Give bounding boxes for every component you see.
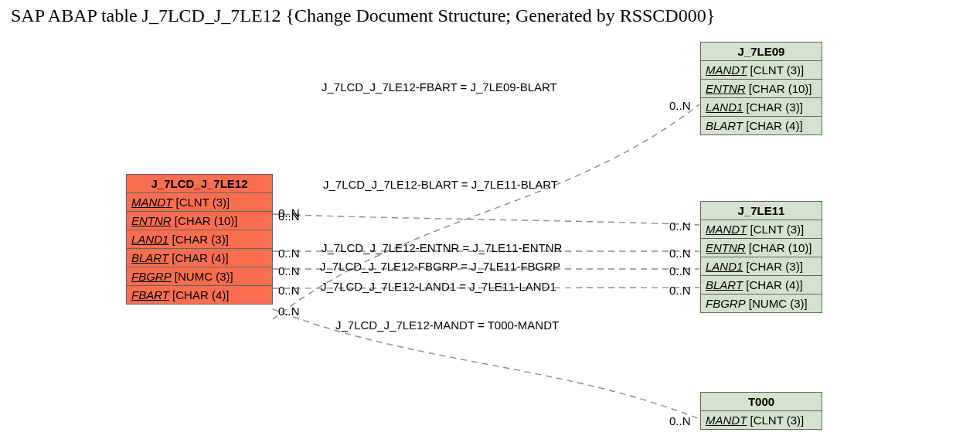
field-row: ENTNR [CHAR (10)] xyxy=(701,239,822,257)
cardinality-source: 0..N xyxy=(278,264,300,277)
cardinality-target: 0..N xyxy=(669,414,691,427)
field-row: BLART [CHAR (4)] xyxy=(701,117,822,134)
field-type: [CHAR (10)] xyxy=(749,241,812,254)
field-type: [CHAR (10)] xyxy=(749,82,812,95)
field-type: [NUMC (3)] xyxy=(175,270,233,283)
cardinality-target: 0..N xyxy=(669,220,691,233)
field-name: LAND1 xyxy=(706,260,743,273)
relation-label: J_7LCD_J_7LE12-BLART = J_7LE11-BLART xyxy=(323,178,558,191)
field-row: MANDT [CLNT (3)] xyxy=(701,411,822,429)
cardinality-target: 0..N xyxy=(669,264,691,277)
field-type: [NUMC (3)] xyxy=(749,297,808,310)
cardinality-source: 0..N xyxy=(278,284,300,297)
field-row: MANDT [CLNT (3)] xyxy=(127,193,272,212)
field-name: LAND1 xyxy=(706,100,743,114)
field-row: BLART [CHAR (4)] xyxy=(127,249,272,267)
cardinality-source: 0..N xyxy=(278,247,300,260)
field-row: BLART [CHAR (4)] xyxy=(701,276,822,294)
field-name: MANDT xyxy=(706,414,747,427)
relation-label: J_7LCD_J_7LE12-MANDT = T000-MANDT xyxy=(335,318,559,332)
field-type: [CHAR (3)] xyxy=(747,260,803,273)
field-name: FBGRP xyxy=(706,297,746,310)
field-type: [CLNT (3)] xyxy=(750,414,805,427)
field-name: LAND1 xyxy=(131,233,168,246)
entity-source-header: J_7LCD_J_7LE12 xyxy=(127,175,272,193)
field-type: [CHAR (4)] xyxy=(172,288,229,301)
field-row: FBGRP [NUMC (3)] xyxy=(701,294,822,312)
field-row: LAND1 [CHAR (3)] xyxy=(701,257,822,276)
field-name: BLART xyxy=(706,119,743,132)
field-name: ENTNR xyxy=(706,82,746,95)
field-type: [CLNT (3)] xyxy=(750,223,805,236)
field-type: [CLNT (3)] xyxy=(176,196,230,209)
relation-label: J_7LCD_J_7LE12-ENTNR = J_7LE11-ENTNR xyxy=(322,241,562,254)
relation-edge xyxy=(273,214,699,225)
field-type: [CHAR (3)] xyxy=(747,100,803,114)
field-row: MANDT [CLNT (3)] xyxy=(701,220,822,239)
entity-j7le09: J_7LE09 MANDT [CLNT (3)]ENTNR [CHAR (10)… xyxy=(700,42,822,135)
field-row: ENTNR [CHAR (10)] xyxy=(127,212,272,230)
field-type: [CHAR (4)] xyxy=(172,251,228,264)
field-name: FBGRP xyxy=(131,270,172,283)
relation-label: J_7LCD_J_7LE12-FBGRP = J_7LE11-FBGRP xyxy=(320,260,560,273)
cardinality-target: 0..N xyxy=(669,284,691,297)
entity-header: J_7LE11 xyxy=(701,202,822,220)
entity-header: J_7LE09 xyxy=(701,43,822,61)
field-name: ENTNR xyxy=(131,214,172,227)
cardinality-target: 0..N xyxy=(669,99,691,112)
field-type: [CHAR (3)] xyxy=(172,233,229,246)
field-type: [CHAR (10)] xyxy=(175,214,238,227)
cardinality-source: 0..N xyxy=(278,305,300,318)
field-type: [CHAR (4)] xyxy=(746,278,802,291)
entity-j7le11: J_7LE11 MANDT [CLNT (3)]ENTNR [CHAR (10)… xyxy=(700,201,822,313)
page-title: SAP ABAP table J_7LCD_J_7LE12 {Change Do… xyxy=(11,5,715,26)
field-type: [CLNT (3)] xyxy=(750,63,805,77)
entity-t000: T000 MANDT [CLNT (3)] xyxy=(700,392,822,430)
field-row: ENTNR [CHAR (10)] xyxy=(701,80,822,98)
field-row: MANDT [CLNT (3)] xyxy=(701,61,822,80)
field-name: FBART xyxy=(131,288,169,301)
relation-label: J_7LCD_J_7LE12-LAND1 = J_7LE11-LAND1 xyxy=(321,280,556,293)
field-row: FBART [CHAR (4)] xyxy=(127,286,272,304)
cardinality-source: 0..N xyxy=(278,209,300,223)
field-row: LAND1 [CHAR (3)] xyxy=(701,98,822,117)
field-name: BLART xyxy=(131,251,168,264)
entity-header: T000 xyxy=(701,393,822,411)
field-type: [CHAR (4)] xyxy=(746,119,802,132)
field-name: MANDT xyxy=(706,223,747,236)
field-name: BLART xyxy=(706,278,743,291)
field-name: MANDT xyxy=(706,63,747,77)
field-name: MANDT xyxy=(131,196,172,209)
cardinality-target: 0..N xyxy=(669,247,691,260)
entity-source: J_7LCD_J_7LE12 MANDT [CLNT (3)]ENTNR [CH… xyxy=(126,174,273,305)
field-row: LAND1 [CHAR (3)] xyxy=(127,230,272,249)
relation-label: J_7LCD_J_7LE12-FBART = J_7LE09-BLART xyxy=(322,80,557,94)
field-name: ENTNR xyxy=(706,241,746,254)
field-row: FBGRP [NUMC (3)] xyxy=(127,267,272,286)
